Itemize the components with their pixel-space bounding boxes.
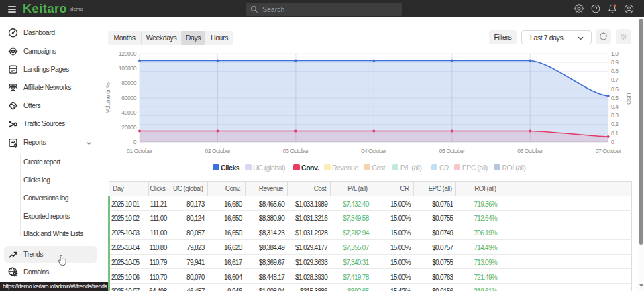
- svg-text:0.5: 0.5: [611, 95, 619, 101]
- svg-text:01 October: 01 October: [127, 148, 153, 154]
- svg-text:0.8: 0.8: [611, 68, 619, 74]
- svg-text:0.4: 0.4: [611, 103, 619, 110]
- svg-text:02 October: 02 October: [205, 148, 231, 154]
- svg-text:100000: 100000: [119, 65, 137, 72]
- svg-text:0: 0: [133, 139, 137, 146]
- svg-text:0.3: 0.3: [611, 112, 619, 119]
- svg-text:0: 0: [611, 139, 614, 146]
- svg-text:60000: 60000: [121, 95, 136, 101]
- svg-text:80000: 80000: [121, 80, 136, 86]
- svg-text:03 October: 03 October: [283, 148, 309, 154]
- svg-text:0.6: 0.6: [611, 86, 619, 93]
- svg-text:20000: 20000: [121, 124, 136, 131]
- svg-text:07 October: 07 October: [596, 148, 622, 154]
- svg-text:0.7: 0.7: [611, 76, 619, 83]
- svg-text:0.2: 0.2: [611, 121, 619, 127]
- svg-text:Volume or %: Volume or %: [105, 82, 111, 113]
- svg-text:06 October: 06 October: [517, 148, 543, 154]
- svg-text:0.9: 0.9: [611, 59, 619, 66]
- svg-text:1.0: 1.0: [611, 50, 619, 57]
- svg-text:40000: 40000: [121, 109, 136, 116]
- svg-text:04 October: 04 October: [361, 148, 387, 154]
- svg-text:USD: USD: [625, 93, 632, 104]
- svg-text:0.1: 0.1: [611, 130, 619, 137]
- svg-text:05 October: 05 October: [439, 148, 466, 154]
- svg-text:120000: 120000: [119, 50, 137, 57]
